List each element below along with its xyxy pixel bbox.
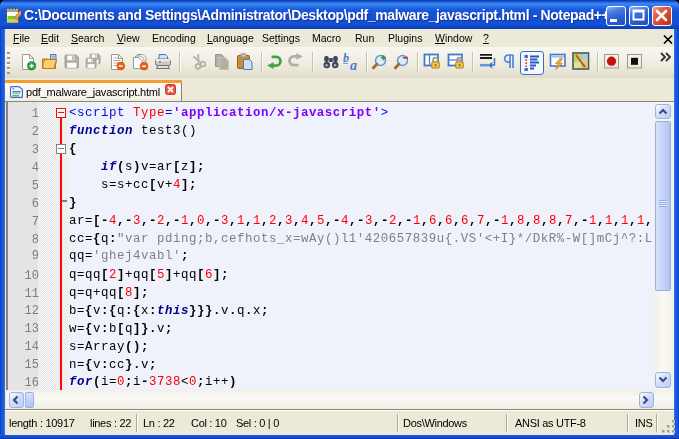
svg-text:a: a (350, 58, 357, 72)
